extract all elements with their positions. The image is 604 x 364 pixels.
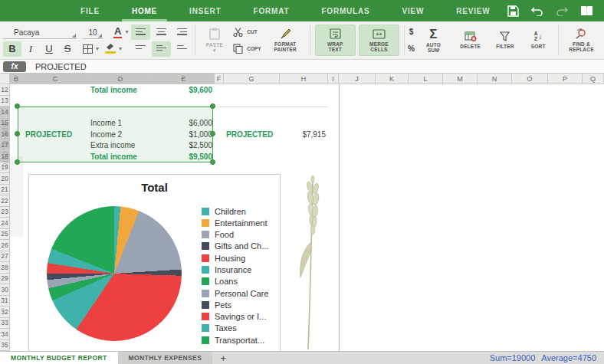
row-header-12[interactable]: 12 bbox=[0, 84, 10, 96]
font-format-group: Pacaya 10 A ▾ B I U S ▾ ▾ bbox=[3, 24, 192, 57]
column-header-p[interactable]: P bbox=[548, 74, 583, 84]
cut-button[interactable]: CUT bbox=[230, 28, 264, 37]
row-header-27[interactable]: 27 bbox=[0, 251, 10, 263]
row-header-28[interactable]: 28 bbox=[0, 262, 10, 274]
status-average: Average=4750 bbox=[541, 353, 596, 362]
select-all-corner[interactable] bbox=[0, 74, 10, 84]
add-sheet-button[interactable]: + bbox=[212, 352, 234, 364]
row-header-29[interactable]: 29 bbox=[0, 274, 10, 285]
status-bar: Sum=19000 Average=4750 bbox=[490, 352, 604, 364]
selection-handle-0[interactable] bbox=[15, 103, 20, 109]
legend-label: Savings or I... bbox=[215, 312, 266, 321]
menu-tab-file[interactable]: FILE bbox=[64, 0, 116, 21]
reading-view-icon[interactable] bbox=[579, 4, 593, 18]
row-header-31[interactable]: 31 bbox=[0, 296, 10, 307]
menu-tab-home[interactable]: HOME bbox=[116, 0, 173, 21]
sheet-tab-monthly-budget-report[interactable]: MONTHLY BUDGET REPORT bbox=[0, 352, 118, 364]
column-header-m[interactable]: M bbox=[443, 74, 478, 84]
valign-bottom-button[interactable] bbox=[172, 41, 192, 57]
chevron-down-icon[interactable]: ▾ bbox=[125, 28, 128, 35]
percent-format-button[interactable]: % bbox=[408, 44, 415, 53]
column-header-l[interactable]: L bbox=[409, 74, 443, 84]
row-header-34[interactable]: 34 bbox=[0, 329, 10, 340]
spreadsheet-grid: BCDEFGHIJKLMNOPQ 12131415161718192021222… bbox=[0, 74, 604, 351]
cell-G16[interactable]: PROJECTED bbox=[224, 129, 280, 140]
menu-tab-formulas[interactable]: FORMULAS bbox=[305, 0, 386, 21]
strikethrough-button[interactable]: S bbox=[58, 41, 77, 57]
row-header-32[interactable]: 32 bbox=[0, 307, 10, 318]
find-replace-button[interactable]: FIND & REPLACE bbox=[562, 24, 601, 57]
font-name-selector[interactable]: Pacaya bbox=[3, 25, 77, 39]
row-header-35[interactable]: 35 bbox=[0, 340, 10, 352]
italic-button[interactable]: I bbox=[21, 41, 40, 57]
underline-button[interactable]: U bbox=[40, 41, 58, 57]
selection-handle-5[interactable] bbox=[210, 159, 215, 165]
column-header-e[interactable]: E bbox=[153, 74, 215, 84]
filter-button[interactable]: FILTER bbox=[488, 24, 521, 57]
valign-middle-button[interactable] bbox=[152, 41, 171, 57]
align-left-button[interactable] bbox=[131, 25, 150, 40]
bold-button[interactable]: B bbox=[3, 41, 21, 57]
column-header-g[interactable]: G bbox=[224, 74, 280, 84]
print-area-boundary bbox=[339, 84, 340, 351]
pie-chart-object[interactable]: Total ChildrenEntertainmentFoodGifts and… bbox=[28, 174, 281, 351]
column-header-b[interactable]: B bbox=[10, 74, 23, 84]
row-header-30[interactable]: 30 bbox=[0, 284, 10, 296]
column-header-i[interactable]: I bbox=[328, 74, 339, 84]
cell-E12[interactable]: $9,600 bbox=[153, 84, 215, 96]
font-size-selector[interactable]: 10 bbox=[83, 25, 103, 39]
align-center-button[interactable] bbox=[152, 25, 171, 40]
borders-button[interactable]: ▾ bbox=[83, 44, 99, 54]
selection-handle-4[interactable] bbox=[15, 159, 20, 165]
column-header-q[interactable]: Q bbox=[583, 74, 604, 84]
menu-tab-review[interactable]: REVIEW bbox=[440, 0, 506, 21]
formula-input[interactable]: PROJECTED bbox=[26, 60, 604, 73]
highlight-color-button[interactable]: ▾ bbox=[105, 44, 122, 54]
menu-tab-insert[interactable]: INSERT bbox=[173, 0, 237, 21]
column-header-c[interactable]: C bbox=[23, 74, 88, 84]
font-color-button[interactable]: A ▾ bbox=[113, 26, 128, 38]
chevron-down-icon[interactable]: ▾ bbox=[119, 45, 122, 52]
column-header-h[interactable]: H bbox=[280, 74, 328, 84]
valign-top-button[interactable] bbox=[131, 41, 150, 57]
legend-label: Personal Care bbox=[215, 289, 268, 298]
column-header-j[interactable]: J bbox=[339, 74, 376, 84]
selection-handle-1[interactable] bbox=[210, 103, 215, 109]
status-sum: Sum=19000 bbox=[490, 353, 536, 362]
cell-selection-b14-e18[interactable] bbox=[18, 107, 213, 162]
column-header-d[interactable]: D bbox=[88, 74, 153, 84]
sheet-tab-monthly-expenses[interactable]: MONTHLY EXPENSES bbox=[118, 352, 213, 364]
row-header-26[interactable]: 26 bbox=[0, 240, 10, 251]
fx-icon[interactable]: fx bbox=[3, 61, 26, 72]
wrap-text-button[interactable]: WRAP TEXT bbox=[315, 25, 356, 56]
wrap-text-label: WRAP TEXT bbox=[321, 41, 350, 52]
cell-H16[interactable]: $7,915 bbox=[280, 129, 328, 140]
legend-label: Food bbox=[215, 230, 234, 239]
currency-format-button[interactable]: $ bbox=[408, 28, 415, 36]
row-header-14[interactable]: 14 bbox=[0, 107, 10, 118]
paste-button[interactable]: PASTE ▾ bbox=[199, 24, 230, 57]
column-header-f[interactable]: F bbox=[215, 74, 224, 84]
legend-swatch bbox=[202, 266, 209, 274]
row-header-33[interactable]: 33 bbox=[0, 318, 10, 330]
row-header-13[interactable]: 13 bbox=[0, 96, 10, 107]
format-painter-button[interactable]: FORMAT PAINTER bbox=[264, 24, 307, 57]
column-header-o[interactable]: O bbox=[512, 74, 548, 84]
cut-label: CUT bbox=[247, 29, 257, 34]
menu-tab-view[interactable]: VIEW bbox=[386, 0, 440, 21]
merge-cells-button[interactable]: MERGE CELLS bbox=[359, 25, 399, 56]
funnel-icon bbox=[500, 31, 510, 41]
save-icon[interactable] bbox=[506, 4, 520, 18]
sort-button[interactable]: AZ ↓ SORT bbox=[522, 24, 555, 57]
cell-D12[interactable]: Total income bbox=[88, 84, 153, 96]
redo-icon[interactable] bbox=[555, 4, 569, 18]
auto-sum-button[interactable]: Σ AUTO SUM bbox=[415, 24, 452, 57]
chevron-down-icon[interactable]: ▾ bbox=[96, 45, 99, 52]
copy-button[interactable]: COPY bbox=[230, 44, 264, 54]
undo-icon[interactable] bbox=[530, 4, 544, 18]
column-header-n[interactable]: N bbox=[478, 74, 512, 84]
delete-button[interactable]: DELETE bbox=[452, 24, 488, 57]
column-header-k[interactable]: K bbox=[376, 74, 409, 84]
align-right-button[interactable] bbox=[172, 25, 192, 40]
menu-tab-format[interactable]: FORMAT bbox=[238, 0, 306, 21]
